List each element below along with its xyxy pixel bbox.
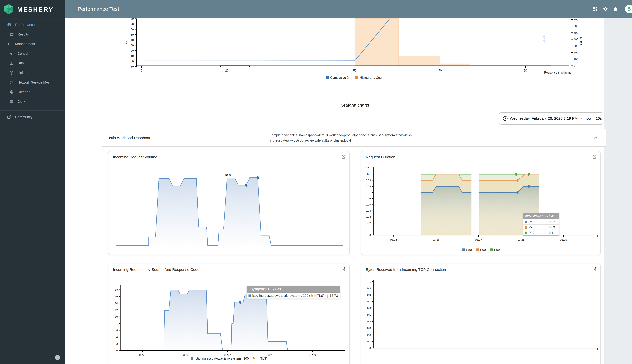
- results-card-icon: [9, 32, 14, 37]
- incoming-requests-legend: istio-ingressgateway.istio-system : 200 …: [108, 356, 349, 360]
- svg-text:-10: -10: [130, 65, 134, 68]
- svg-text:0: 0: [369, 234, 371, 236]
- open-in-new-icon[interactable]: [341, 267, 346, 272]
- svg-text:0.7: 0.7: [367, 300, 371, 303]
- dashboard-grid-icon[interactable]: [592, 6, 598, 12]
- legend-item: Cumulative %: [326, 76, 350, 80]
- svg-text:0.03: 0.03: [366, 215, 371, 218]
- request-duration-legend: P50 P90 P99: [361, 248, 600, 252]
- svg-text:0.08: 0.08: [366, 185, 371, 188]
- mtls-lock-icon: [311, 294, 314, 298]
- svg-text:0.4: 0.4: [367, 320, 371, 323]
- svg-text:12: 12: [115, 308, 118, 312]
- svg-text:2: 2: [116, 342, 118, 345]
- brand-name: MESHERY: [17, 6, 54, 13]
- svg-text:100: 100: [574, 58, 578, 61]
- svg-text:0.04: 0.04: [366, 209, 371, 212]
- duration-tooltip: 02/26/2020 15:27:41 P500.07 P900.09 P990…: [523, 213, 559, 236]
- brand[interactable]: MESHERY: [0, 0, 65, 20]
- sidebar: MESHERY Performance Results Management C…: [0, 0, 65, 364]
- svg-text:300: 300: [574, 44, 578, 48]
- panel-request-duration: Request Duration 00.010.020.030.040.050.…: [361, 151, 601, 255]
- svg-text:0.8: 0.8: [367, 293, 371, 296]
- svg-text:14: 14: [115, 302, 118, 304]
- latency-chart-legend: Cumulative % Histogram: Count: [106, 76, 604, 80]
- dashboard-row-title: Istio Workload Dashboard: [109, 130, 152, 146]
- time-range-sep: -: [581, 116, 582, 120]
- settings-gear-icon[interactable]: [603, 6, 608, 12]
- svg-text:0.6: 0.6: [367, 306, 371, 310]
- open-in-new-icon[interactable]: [592, 154, 597, 159]
- sidebar-item-octarine[interactable]: Octarine: [0, 87, 65, 97]
- svg-text:18 ops: 18 ops: [224, 173, 234, 177]
- svg-text:70: 70: [438, 69, 442, 72]
- consul-logo-icon: [9, 51, 14, 56]
- incoming-requests-chart[interactable]: 02468101214161803:2503:2603:2703:2803:29: [108, 264, 349, 364]
- svg-text:16: 16: [115, 295, 118, 298]
- incoming-requests-tooltip: 02/26/2020 15:27:41 istio-ingressgateway…: [247, 286, 340, 299]
- svg-text:10: 10: [115, 315, 118, 318]
- legend-item: Histogram: Count: [355, 76, 384, 80]
- svg-text:70: 70: [131, 22, 134, 26]
- main-area: Performance Test 5 p75p90p99.9-100102030…: [65, 0, 632, 364]
- speedometer-icon: [7, 22, 12, 27]
- svg-text:0.06: 0.06: [366, 197, 371, 200]
- sidebar-collapse-button[interactable]: [55, 355, 60, 360]
- latency-histogram-chart[interactable]: p75p90p99.9-1001020304050607080010020030…: [65, 18, 604, 84]
- sidebar-item-network-service-mesh[interactable]: Network Service Mesh: [0, 78, 65, 87]
- sidebar-item-community[interactable]: Community: [0, 112, 65, 122]
- panel-incoming-requests-by-source: Incoming Requests by Source And Response…: [108, 264, 350, 364]
- svg-text:0: 0: [369, 346, 371, 350]
- nsm-globe-icon: [9, 80, 14, 85]
- notifications-bell-icon[interactable]: [613, 6, 618, 12]
- svg-text:03:29: 03:29: [560, 238, 567, 241]
- svg-text:90: 90: [524, 69, 527, 72]
- panel-bytes-received: Bytes Received from Incoming TCP Connect…: [361, 264, 601, 364]
- bytes-received-chart[interactable]: 00.10.20.30.40.50.60.70.80.91: [361, 264, 600, 364]
- svg-text:80: 80: [131, 18, 134, 20]
- svg-text:50: 50: [353, 69, 356, 72]
- svg-text:6: 6: [116, 329, 118, 332]
- svg-text:03:25: 03:25: [139, 354, 146, 356]
- svg-text:4: 4: [116, 336, 118, 338]
- sidebar-item-linkerd[interactable]: Linkerd: [0, 68, 65, 78]
- svg-text:18: 18: [115, 288, 118, 291]
- sidebar-item-citrix[interactable]: CITRIX Citrix: [0, 97, 65, 106]
- svg-text:03:28: 03:28: [518, 238, 524, 241]
- sidebar-item-consul[interactable]: Consul: [0, 49, 65, 58]
- terminal-prompt-icon: [7, 42, 12, 46]
- svg-text:50: 50: [131, 33, 134, 36]
- dashboard-template-variables: Template variables: namespace=default wo…: [270, 132, 429, 143]
- svg-text:0: 0: [141, 69, 142, 72]
- svg-text:200: 200: [574, 51, 578, 54]
- nav-divider: [0, 110, 65, 111]
- sidebar-item-performance[interactable]: Performance: [0, 20, 65, 30]
- external-link-icon: [7, 114, 12, 120]
- open-in-new-icon[interactable]: [592, 267, 597, 272]
- svg-text:30: 30: [131, 44, 134, 47]
- user-avatar[interactable]: 5: [625, 5, 632, 14]
- time-range-interval: , 10s: [594, 116, 602, 120]
- tooltip-timestamp: 02/26/2020 15:27:41: [523, 213, 559, 219]
- istio-workload-dashboard-row[interactable]: Istio Workload Dashboard Template variab…: [102, 129, 606, 146]
- mtls-lock-icon: [253, 356, 256, 360]
- time-range-picker[interactable]: Wednesday, February 26, 2020 3:19 PM - n…: [499, 112, 604, 124]
- svg-text:1: 1: [369, 280, 371, 283]
- svg-text:700: 700: [574, 18, 578, 21]
- svg-text:0.11: 0.11: [366, 166, 371, 170]
- sidebar-item-istio[interactable]: Istio: [0, 58, 65, 68]
- svg-text:03:28: 03:28: [266, 354, 274, 356]
- request-duration-chart[interactable]: 00.010.020.030.040.050.060.070.080.090.1…: [361, 152, 600, 254]
- citrix-badge-icon: CITRIX: [9, 99, 14, 104]
- incoming-request-volume-chart[interactable]: 18 ops: [108, 152, 349, 254]
- chevron-up-icon[interactable]: [593, 135, 598, 140]
- svg-text:%: %: [125, 41, 128, 44]
- time-range-start: Wednesday, February 26, 2020 3:19 PM: [510, 116, 578, 120]
- svg-text:03:27: 03:27: [224, 354, 231, 356]
- istio-sail-icon: [9, 61, 14, 66]
- sidebar-item-results[interactable]: Results: [0, 30, 65, 39]
- svg-text:400: 400: [574, 38, 578, 41]
- open-in-new-icon[interactable]: [341, 154, 346, 159]
- sidebar-item-management[interactable]: Management: [0, 39, 65, 49]
- svg-text:0: 0: [574, 64, 575, 67]
